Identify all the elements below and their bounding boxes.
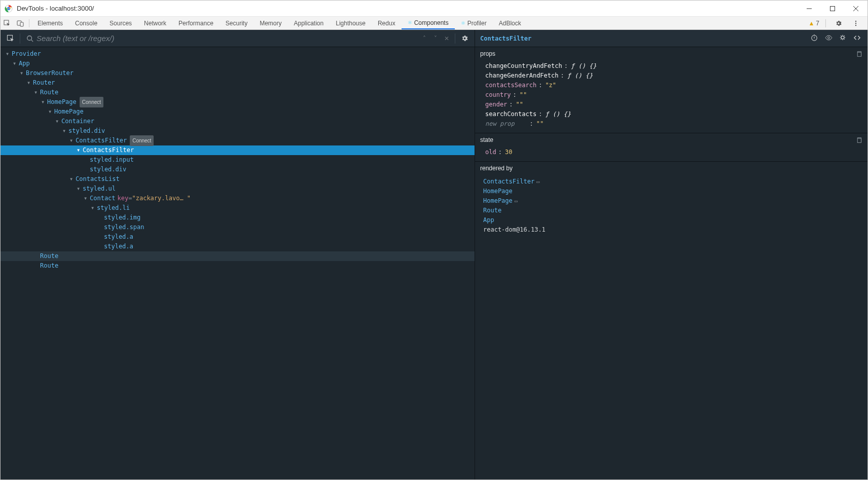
rendered-by-item[interactable]: ContactsFilter▭	[483, 177, 867, 187]
prop-row[interactable]: searchContacts: ƒ () {}	[483, 109, 867, 119]
expand-arrow-icon[interactable]: ▾	[91, 203, 97, 213]
rendered-by-link: Route	[483, 207, 501, 214]
tab-network[interactable]: Network	[138, 17, 172, 29]
maximize-button[interactable]	[821, 1, 844, 17]
rendered-by-item[interactable]: HomePage▭	[483, 196, 867, 206]
tab-performance[interactable]: Performance	[172, 17, 220, 29]
tree-node[interactable]: styled.input	[1, 155, 475, 165]
rendered-by-item[interactable]: Route	[483, 206, 867, 215]
expand-arrow-icon[interactable]: ▾	[69, 136, 76, 145]
tree-node[interactable]: ▾HomePageConnect	[1, 97, 475, 107]
close-button[interactable]	[844, 1, 867, 17]
expand-arrow-icon[interactable]: ▾	[34, 88, 40, 97]
tree-settings-gear-icon[interactable]	[458, 32, 471, 45]
state-row[interactable]: old: 30	[483, 147, 867, 157]
prop-row[interactable]: changeGenderAndFetch: ƒ () {}	[483, 71, 867, 81]
tree-node[interactable]: styled.img	[1, 213, 475, 223]
search-input[interactable]	[37, 34, 416, 43]
expand-arrow-icon[interactable]: ▾	[20, 68, 26, 78]
expand-arrow-icon[interactable]: ▾	[48, 107, 54, 117]
tree-node[interactable]: styled.div	[1, 165, 475, 174]
tree-node[interactable]: ▾styled.div	[1, 126, 475, 136]
tree-node[interactable]: ▾BrowserRouter	[1, 68, 475, 78]
tree-node[interactable]: ▾HomePage	[1, 107, 475, 117]
tab-adblock[interactable]: AdBlock	[493, 17, 527, 29]
tree-node[interactable]: ▾styled.li	[1, 203, 475, 213]
tab-console[interactable]: Console	[69, 17, 103, 29]
tab-lighthouse[interactable]: Lighthouse	[330, 17, 372, 29]
node-name: ContactsList	[76, 174, 120, 184]
detail-header-actions	[811, 34, 862, 43]
svg-point-10	[855, 22, 856, 23]
new-prop-row[interactable]: new prop : ""	[483, 119, 867, 129]
tree-node[interactable]: Route	[1, 261, 475, 271]
tree-node[interactable]: ▾Router	[1, 78, 475, 88]
tree-node[interactable]: styled.span	[1, 223, 475, 232]
window-title: DevTools - localhost:3000/	[17, 5, 94, 12]
tree-node[interactable]: ▾App	[1, 59, 475, 68]
prop-row[interactable]: gender: ""	[483, 100, 867, 109]
expand-arrow-icon[interactable]: ▾	[77, 184, 83, 194]
minimize-button[interactable]	[798, 1, 821, 17]
expand-arrow-icon[interactable]: ▾	[13, 59, 19, 68]
more-menu-icon[interactable]	[849, 17, 862, 30]
node-name: App	[19, 59, 30, 68]
tab-sources[interactable]: Sources	[103, 17, 138, 29]
select-element-icon[interactable]	[5, 32, 17, 45]
tab-label: Components	[414, 19, 449, 26]
colon: :	[509, 100, 513, 109]
expand-arrow-icon[interactable]: ▾	[41, 97, 47, 107]
expand-arrow-icon[interactable]: ▾	[77, 145, 83, 155]
tree-node[interactable]: ▾ContactsList	[1, 174, 475, 184]
expand-arrow-icon[interactable]: ▾	[6, 49, 12, 59]
tab-elements[interactable]: Elements	[31, 17, 69, 29]
rendered-by-item[interactable]: HomePage	[483, 187, 867, 196]
prop-row[interactable]: country: ""	[483, 90, 867, 100]
copy-state-icon[interactable]	[856, 137, 862, 143]
tab-redux[interactable]: Redux	[372, 17, 402, 29]
copy-props-icon[interactable]	[856, 51, 862, 57]
inspect-element-icon[interactable]	[1, 17, 14, 30]
tab-components[interactable]: ⚛Components	[402, 17, 455, 29]
expand-arrow-icon[interactable]: ▾	[55, 117, 61, 126]
tab-separator	[825, 19, 826, 27]
tab-application[interactable]: Application	[288, 17, 330, 29]
tree-node[interactable]: ▾Container	[1, 117, 475, 126]
prop-row[interactable]: changeCountryAndFetch: ƒ () {}	[483, 61, 867, 71]
tab-profiler[interactable]: ⚛Profiler	[455, 17, 493, 29]
tree-node[interactable]: Route	[1, 251, 475, 261]
tab-security[interactable]: Security	[220, 17, 254, 29]
settings-gear-icon[interactable]	[832, 17, 845, 30]
inspect-dom-icon[interactable]	[825, 34, 834, 43]
rendered-by-header: rendered by	[475, 162, 867, 175]
log-data-icon[interactable]	[839, 34, 848, 43]
component-tree[interactable]: ▾Provider▾App▾BrowserRouter▾Router▾Route…	[1, 47, 475, 479]
rendered-by-item[interactable]: App	[483, 215, 867, 225]
tree-node[interactable]: styled.a	[1, 242, 475, 251]
selected-component-name: ContactsFilter	[480, 35, 531, 42]
colon: :	[498, 147, 502, 157]
tree-node[interactable]: ▾styled.ul	[1, 184, 475, 194]
device-toggle-icon[interactable]	[14, 17, 27, 30]
expand-arrow-icon[interactable]: ▾	[62, 126, 68, 136]
window-titlebar: DevTools - localhost:3000/	[1, 1, 867, 17]
search-prev-icon[interactable]: ˄	[419, 35, 429, 42]
search-clear-icon[interactable]: ✕	[442, 35, 452, 42]
tree-node[interactable]: ▾ContactsFilterConnect	[1, 136, 475, 145]
tree-node[interactable]: ▾Contactkey="zackary.lavo… "	[1, 194, 475, 203]
suspend-icon[interactable]	[811, 34, 820, 43]
warnings-badge[interactable]: ▲ 7	[808, 20, 819, 27]
expand-arrow-icon[interactable]: ▾	[27, 78, 33, 88]
view-source-icon[interactable]	[853, 34, 862, 43]
tab-memory[interactable]: Memory	[254, 17, 287, 29]
tree-node[interactable]: ▾Provider	[1, 49, 475, 59]
expand-arrow-icon[interactable]: ▾	[69, 174, 76, 184]
tree-node[interactable]: ▾ContactsFilter	[1, 145, 475, 155]
state-value: 30	[505, 147, 512, 157]
expand-arrow-icon[interactable]: ▾	[84, 194, 90, 203]
prop-row[interactable]: contactsSearch: "z"	[483, 81, 867, 90]
tree-node[interactable]: ▾Route	[1, 88, 475, 97]
node-name: Provider	[12, 49, 41, 59]
search-next-icon[interactable]: ˅	[430, 35, 441, 42]
tree-node[interactable]: styled.a	[1, 232, 475, 242]
